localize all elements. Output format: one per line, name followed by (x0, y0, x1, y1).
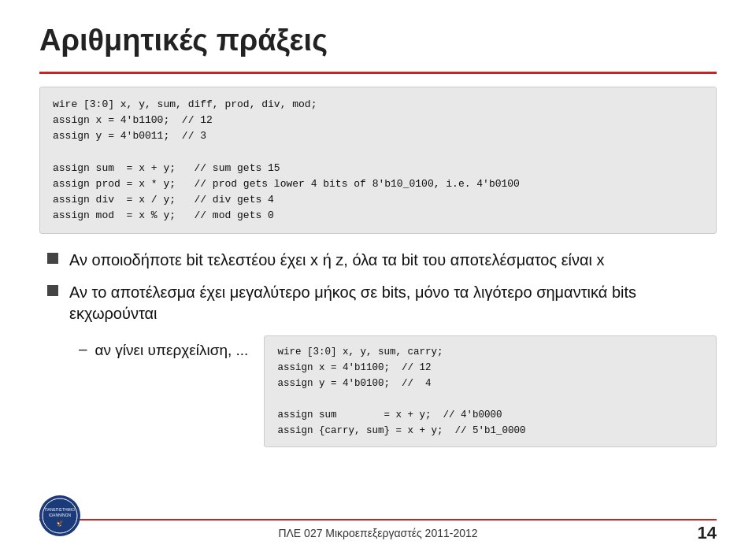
bullet-text-2: Αν το αποτέλεσμα έχει μεγαλύτερο μήκος σ… (69, 282, 717, 324)
slide: Αριθμητικές πράξεις wire [3:0] x, y, sum… (0, 0, 756, 552)
code-block-2: wire [3:0] x, y, sum, carry; assign x = … (264, 335, 717, 447)
bullet-icon-2 (47, 285, 58, 296)
svg-text:🦅: 🦅 (56, 519, 64, 527)
sub-bullet-item: – αν γίνει υπερχείλιση, ... (79, 340, 264, 359)
footer: ΠΑΝΕΠΙΣΤΗΜΙΟ ΙΩΑΝΝΙΝΩΝ 🦅 ΠΛΕ 027 Μικροεπ… (39, 519, 717, 539)
bullet-item-1: Αν οποιοδήποτε bit τελεστέου έχει x ή z,… (47, 250, 717, 271)
bullet-icon-1 (47, 253, 58, 264)
bullet-section: Αν οποιοδήποτε bit τελεστέου έχει x ή z,… (47, 250, 717, 447)
page-number: 14 (698, 523, 717, 543)
code-block-1: wire [3:0] x, y, sum, diff, prod, div, m… (39, 87, 717, 234)
svg-text:ΙΩΑΝΝΙΝΩΝ: ΙΩΑΝΝΙΝΩΝ (49, 513, 71, 517)
bullet-text-1: Αν οποιοδήποτε bit τελεστέου έχει x ή z,… (69, 250, 605, 271)
svg-text:ΠΑΝΕΠΙΣΤΗΜΙΟ: ΠΑΝΕΠΙΣΤΗΜΙΟ (45, 507, 75, 512)
sub-bullet-dash: – (79, 340, 87, 358)
footer-logo: ΠΑΝΕΠΙΣΤΗΜΙΟ ΙΩΑΝΝΙΝΩΝ 🦅 (39, 495, 80, 539)
sub-bullet-text: αν γίνει υπερχείλιση, ... (95, 340, 249, 359)
footer-text: ΠΛΕ 027 Μικροεπεξεργαστές 2011-2012 (278, 527, 477, 539)
university-logo-icon: ΠΑΝΕΠΙΣΤΗΜΙΟ ΙΩΑΝΝΙΝΩΝ 🦅 (39, 495, 80, 536)
page-title: Αριθμητικές πράξεις (39, 24, 717, 57)
bullet-item-2: Αν το αποτέλεσμα έχει μεγαλύτερο μήκος σ… (47, 282, 717, 324)
title-underline (39, 72, 717, 74)
bottom-row: – αν γίνει υπερχείλιση, ... wire [3:0] x… (47, 335, 717, 447)
